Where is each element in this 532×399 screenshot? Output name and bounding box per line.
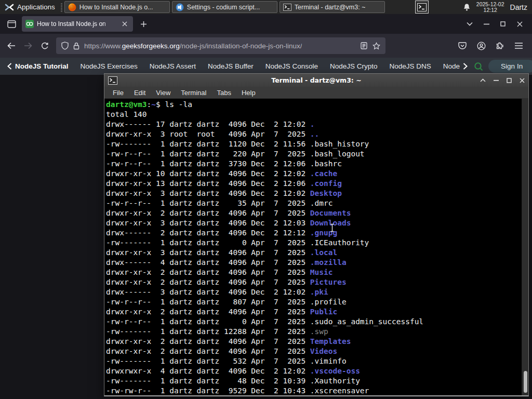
url-scheme: https://www. [84, 42, 122, 50]
lock-icon[interactable] [73, 42, 79, 50]
gfg-favicon-icon [25, 20, 34, 28]
url-domain: geeksforgeeks.org [122, 42, 180, 50]
forward-button[interactable] [20, 37, 36, 54]
tab-title: How to Install Node.js on [37, 20, 117, 28]
taskbar-button-vscodium[interactable]: Settings - codium script... [172, 1, 277, 13]
terminal-menu-terminal[interactable]: Terminal [176, 88, 211, 98]
terminal-line: drwxr-xr-x 2 dartz dartz 4096 Apr 7 2025… [106, 277, 522, 287]
hamburger-menu-icon[interactable] [510, 37, 527, 54]
extensions-puzzle-icon[interactable] [491, 37, 508, 54]
terminal-line: drwx------ 3 dartz dartz 4096 Dec 2 12:0… [106, 287, 522, 297]
tab-how-to-install-nodejs[interactable]: How to Install Node.js on [22, 16, 133, 32]
applications-menu-button[interactable]: Applications [0, 0, 60, 14]
tab-close-icon[interactable] [120, 19, 129, 29]
terminal-scrollbar[interactable] [522, 99, 528, 395]
sitenav-item-truncated[interactable]: Node [443, 62, 468, 70]
system-tray: 2025-12-02 12:12 Dartz [463, 2, 532, 13]
browser-maximize-button[interactable] [495, 17, 511, 31]
panel-separator [61, 3, 62, 12]
sign-in-button[interactable]: Sign In [488, 60, 532, 73]
taskbar-button-label: Terminal - dartz@vm3: ~ [295, 4, 366, 11]
sitenav-back-label: NodeJS Tutorial [15, 62, 69, 70]
sitenav-back-item[interactable]: NodeJS Tutorial [7, 62, 69, 70]
taskbar-button-terminal[interactable]: Terminal - dartz@vm3: ~ [280, 1, 385, 13]
terminal-line: drwxr-xr-x 3 dartz dartz 4096 Apr 7 2025… [106, 248, 522, 258]
terminal-line: drwxr-xr-x 3 dartz dartz 4096 Dec 2 12:0… [106, 218, 522, 228]
user-menu[interactable]: Dartz [510, 3, 527, 11]
browser-toolbar: https://www.geeksforgeeks.org/node-js/in… [0, 34, 532, 58]
tracking-protection-shield-icon[interactable] [61, 42, 69, 50]
terminal-line: drwxr-xr-x 2 dartz dartz 4096 Apr 7 2025… [106, 208, 522, 218]
sitenav-item-nodejs-console[interactable]: NodeJS Console [265, 62, 318, 70]
browser-close-button[interactable] [511, 17, 528, 31]
terminal-menu-help[interactable]: Help [236, 88, 261, 98]
terminal-line: -rw-r--r-- 1 dartz dartz 0 Apr 7 2025 .s… [106, 317, 522, 327]
sitenav-item-nodejs-assert[interactable]: NodeJS Assert [150, 62, 196, 70]
terminal-menu-view[interactable]: View [151, 88, 176, 98]
reload-button[interactable] [36, 37, 53, 54]
terminal-line: drwx------ 17 dartz dartz 4096 Dec 2 12:… [106, 119, 522, 129]
sitenav-item-nodejs-dns[interactable]: NodeJS DNS [390, 62, 431, 70]
vscodium-icon [176, 3, 184, 11]
terminal-line: -rw-r--r-- 1 dartz dartz 3730 Dec 2 12:0… [106, 159, 522, 169]
sitenav-truncated-label: Node [443, 62, 460, 70]
terminal-line: -rw-r--r-- 1 dartz dartz 807 Apr 7 2025 … [106, 297, 522, 307]
terminal-line: drwxr-xr-x 3 dartz dartz 4096 Dec 2 12:0… [106, 189, 522, 198]
terminal-prompt-line: dartz@vm3:~$ ls -la [106, 100, 522, 110]
account-icon[interactable] [473, 37, 489, 54]
terminal-menu-file[interactable]: File [108, 88, 129, 98]
applications-label: Applications [17, 3, 55, 11]
sitenav-item-nodejs-exercises[interactable]: NodeJS Exercises [81, 62, 138, 70]
terminal-titlebar[interactable]: Terminal - dartz@vm3: ~ [104, 74, 528, 87]
firefox-icon [68, 3, 76, 11]
terminal-line: drwx------ 4 dartz dartz 4096 Apr 7 2025… [106, 258, 522, 268]
top-panel: Applications How to Install Node.js o...… [0, 0, 532, 14]
terminal-shade-button[interactable] [480, 78, 486, 82]
sitenav-item-nodejs-buffer[interactable]: NodeJS Buffer [208, 62, 254, 70]
reader-view-icon[interactable] [361, 42, 367, 49]
sitenav-item-nodejs-crypto[interactable]: NodeJS Crypto [330, 62, 378, 70]
list-all-tabs-chevron-icon[interactable] [461, 17, 478, 31]
clock-date: 2025-12-02 [476, 2, 504, 7]
terminal-line: drwxr-xr-x 10 dartz dartz 4096 Dec 2 12:… [106, 169, 522, 179]
terminal-line: drwxr-xr-x 2 dartz dartz 4096 Apr 7 2025… [106, 337, 522, 347]
panel-clock[interactable]: 2025-12-02 12:12 [476, 2, 504, 13]
terminal-line: -rw------- 1 dartz dartz 48 Dec 2 10:39 … [106, 376, 522, 386]
terminal-menu-edit[interactable]: Edit [129, 88, 151, 98]
terminal-menubar: FileEditViewTerminalTabsHelp [104, 87, 528, 99]
terminal-line: total 140 [106, 110, 522, 119]
terminal-scrollbar-thumb[interactable] [524, 371, 527, 393]
search-icon[interactable] [474, 62, 483, 71]
bookmark-star-icon[interactable] [373, 42, 380, 50]
terminal-line: -rw------- 1 dartz dartz 0 Apr 7 2025 .I… [106, 238, 522, 248]
terminal-minimize-button[interactable] [494, 79, 499, 81]
url-path: /node-js/installation-of-node-js-on-linu… [180, 42, 302, 50]
terminal-line: -rw-r--r-- 1 dartz dartz 35 Apr 7 2025 .… [106, 198, 522, 208]
terminal-close-button[interactable] [520, 78, 525, 83]
terminal-menu-tabs[interactable]: Tabs [211, 88, 236, 98]
back-button[interactable] [3, 37, 20, 54]
terminal-line: drwxr-xr-x 2 dartz dartz 4096 Apr 7 2025… [106, 347, 522, 356]
tab-bar: How to Install Node.js on [0, 14, 532, 34]
url-bar[interactable]: https://www.geeksforgeeks.org/node-js/in… [56, 37, 385, 54]
terminal-line: drwxr-xr-x 2 dartz dartz 4096 Apr 7 2025… [106, 307, 522, 317]
xfce-logo-icon [5, 3, 14, 12]
firefox-view-icon[interactable] [4, 17, 19, 31]
terminal-output[interactable]: dartz@vm3:~$ ls -latotal 140drwx------ 1… [104, 99, 522, 395]
chevron-right-icon [463, 63, 468, 70]
terminal-launcher-icon[interactable] [415, 1, 429, 14]
terminal-window-icon [108, 76, 117, 85]
browser-minimize-button[interactable] [478, 17, 495, 31]
terminal-icon [283, 4, 291, 11]
terminal-line: drwxr-xr-x 13 dartz dartz 4096 Dec 2 12:… [106, 179, 522, 189]
new-tab-button[interactable] [136, 17, 151, 31]
pocket-icon[interactable] [454, 37, 471, 54]
terminal-maximize-button[interactable] [507, 78, 512, 83]
terminal-line: drwxr-xr-x 3 root root 4096 Apr 7 2025 .… [106, 129, 522, 139]
notification-bell-icon[interactable] [463, 3, 471, 11]
terminal-line: -rw------- 1 dartz dartz 12288 Apr 7 202… [106, 327, 522, 337]
taskbar-button-firefox[interactable]: How to Install Node.js o... [64, 1, 170, 13]
desktop: How to Install Node.js on [0, 0, 532, 399]
terminal-line: drwxrwxr-x 4 dartz dartz 4096 Dec 2 12:0… [106, 366, 522, 376]
site-nav-bar: NodeJS Tutorial NodeJS ExercisesNodeJS A… [0, 58, 532, 75]
